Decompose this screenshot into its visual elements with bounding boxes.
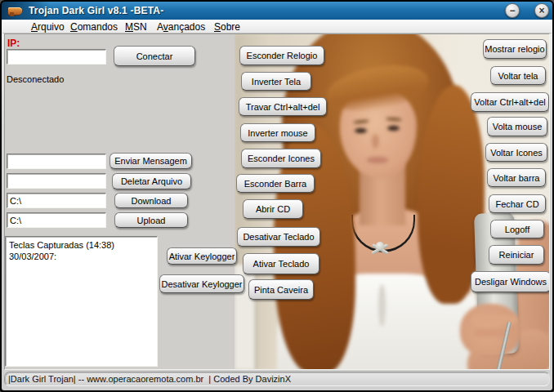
message-input[interactable] xyxy=(7,154,106,169)
restore-icons-button[interactable]: Voltar Icones xyxy=(485,143,547,162)
invert-mouse-button[interactable]: Inverter mouse xyxy=(240,123,315,142)
menu-sobre[interactable]: Sobre xyxy=(214,21,240,33)
close-button[interactable]: × xyxy=(534,3,549,18)
menu-comandos[interactable]: Comandos xyxy=(70,21,118,33)
logoff-button[interactable]: Logoff xyxy=(490,220,544,238)
photo-skull-pendant xyxy=(369,240,391,258)
menu-avancados[interactable]: Avançados xyxy=(157,21,205,33)
download-path-input[interactable] xyxy=(7,193,106,208)
photo-lips xyxy=(367,157,388,163)
keylog-line: 30/03/2007: xyxy=(9,251,154,262)
photo-tank-shading xyxy=(378,284,386,327)
connection-status: Desconectado xyxy=(7,74,64,84)
enable-keyboard-button[interactable]: Ativar Teclado xyxy=(243,253,319,274)
hide-clock-button[interactable]: Esconder Relogio xyxy=(239,46,324,65)
hide-taskbar-button[interactable]: Esconder Barra xyxy=(236,174,315,193)
restore-ctrl-alt-del-button[interactable]: Voltar Ctrl+alt+del xyxy=(471,92,549,112)
close-cd-button[interactable]: Fechar CD xyxy=(489,194,546,213)
send-message-button[interactable]: Enviar Mensagem xyxy=(109,153,192,169)
photo-nose xyxy=(372,134,379,149)
restore-screen-button[interactable]: Voltar tela xyxy=(490,66,546,85)
hide-icons-button[interactable]: Esconder Icones xyxy=(241,149,321,168)
keylog-output[interactable]: Teclas Capturadas (14:38) 30/03/2007: xyxy=(5,236,158,367)
menu-arquivo[interactable]: Arquivo xyxy=(31,21,65,33)
photo-eye xyxy=(355,128,367,133)
app-icon xyxy=(8,7,22,15)
delete-file-input[interactable] xyxy=(7,173,106,189)
photo-finger xyxy=(473,328,517,337)
restart-button[interactable]: Reiniciar xyxy=(489,245,544,265)
keylog-line: Teclas Capturadas (14:38) xyxy=(9,239,154,251)
window-frame: Arquivo Comandos MSN Avançados Sobre xyxy=(2,20,552,390)
paint-skull-button[interactable]: Pinta Caveira xyxy=(248,279,314,300)
upload-button[interactable]: Upload xyxy=(114,212,188,228)
photo-eye xyxy=(387,126,400,131)
ip-label: IP: xyxy=(7,38,20,49)
restore-taskbar-button[interactable]: Voltar barra xyxy=(487,168,546,187)
activate-keylogger-button[interactable]: Ativar Keylogger xyxy=(167,247,237,265)
client-area: IP: Conectar Desconectado Enviar Mensage… xyxy=(4,33,550,370)
disable-keyboard-button[interactable]: Desativar Teclado xyxy=(237,227,320,247)
shutdown-windows-button[interactable]: Desligar Windows xyxy=(471,271,550,292)
restore-mouse-button[interactable]: Volta mouse xyxy=(487,117,547,136)
window-title: Trojan Dark Girl v8.1 -BETA- xyxy=(29,5,163,16)
show-clock-button[interactable]: Mostrar relogio xyxy=(483,39,547,59)
lock-ctrl-alt-del-button[interactable]: Travar Ctrl+alt+del xyxy=(239,97,327,116)
open-cd-button[interactable]: Abrir CD xyxy=(243,199,303,219)
ip-input[interactable] xyxy=(7,49,106,65)
menu-msn[interactable]: MSN xyxy=(125,21,147,33)
titlebar: Trojan Dark Girl v8.1 -BETA- − × xyxy=(2,2,552,20)
delete-file-button[interactable]: Deletar Arquivo xyxy=(112,173,191,189)
invert-screen-button[interactable]: Inverter Tela xyxy=(241,72,311,91)
connect-button[interactable]: Conectar xyxy=(114,46,195,66)
upload-path-input[interactable] xyxy=(7,212,106,228)
statusbar: |Dark Girl Trojan| -- www.operacaoremota… xyxy=(4,372,550,386)
menubar: Arquivo Comandos MSN Avançados Sobre xyxy=(2,20,552,33)
app-window: Trojan Dark Girl v8.1 -BETA- − × Arquivo… xyxy=(0,0,554,392)
deactivate-keylogger-button[interactable]: Desativar Keylogger xyxy=(159,274,244,293)
statusbar-text: |Dark Girl Trojan| -- www.operacaoremota… xyxy=(8,374,291,384)
minimize-button[interactable]: − xyxy=(505,3,520,18)
download-button[interactable]: Download xyxy=(114,193,188,208)
